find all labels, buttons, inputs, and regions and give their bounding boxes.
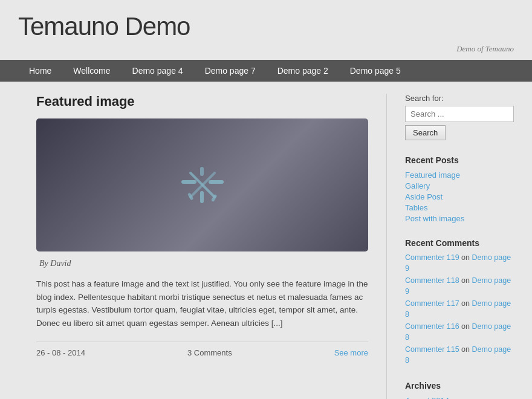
nav-item: Demo page 5 (339, 60, 412, 82)
comment-on: on (459, 345, 472, 354)
commenter-link[interactable]: Commenter 117 (405, 299, 459, 308)
site-title: Temauno Demo (18, 12, 514, 41)
commenter-link[interactable]: Commenter 119 (405, 253, 459, 262)
nav-item: Demo page 2 (267, 60, 339, 82)
list-item: Commenter 116 on Demo page 8 (405, 322, 514, 343)
archives-title: Archives (405, 381, 514, 391)
sidebar: Search for: Search Recent Posts Featured… (405, 94, 514, 399)
recent-posts-widget: Recent Posts Featured imageGalleryAside … (405, 155, 514, 223)
recent-post-link[interactable]: Post with images (405, 214, 464, 223)
svg-rect-4 (200, 191, 204, 203)
list-item: Aside Post (405, 192, 514, 201)
nav-item: Wellcome (62, 60, 121, 82)
recent-post-link[interactable]: Gallery (405, 181, 430, 190)
search-button[interactable]: Search (405, 125, 446, 140)
nav-link[interactable]: Demo page 2 (267, 60, 339, 82)
svg-rect-0 (181, 180, 196, 184)
nav-link[interactable]: Home (18, 60, 62, 82)
list-item: August 2014 (405, 395, 514, 399)
list-item: Commenter 118 on Demo page 9 (405, 276, 514, 297)
post-date: 26 - 08 - 2014 (36, 348, 85, 357)
recent-comments-list: Commenter 119 on Demo page 9Commenter 11… (405, 253, 514, 366)
list-item: Gallery (405, 181, 514, 190)
post-title: Featured image (36, 94, 368, 109)
recent-posts-title: Recent Posts (405, 155, 514, 165)
featured-post: Featured image (36, 94, 368, 357)
recent-post-link[interactable]: Aside Post (405, 192, 443, 201)
comment-on: on (459, 276, 472, 285)
post-comments: 3 Comments (187, 348, 232, 357)
nav-item: Home (18, 60, 62, 82)
post-author: By David (36, 259, 368, 268)
featured-image (36, 118, 368, 251)
main-content: Featured image (36, 94, 368, 399)
comment-on: on (459, 253, 472, 262)
list-item: Commenter 119 on Demo page 9 (405, 253, 514, 274)
comment-on: on (459, 322, 472, 331)
nav-item: Demo page 4 (122, 60, 194, 82)
sidebar-divider (386, 94, 387, 399)
recent-comments-title: Recent Comments (405, 238, 514, 248)
search-input[interactable] (405, 106, 514, 122)
svg-rect-5 (200, 167, 204, 176)
recent-posts-list: Featured imageGalleryAside PostTablesPos… (405, 170, 514, 223)
commenter-link[interactable]: Commenter 118 (405, 276, 459, 285)
archives-widget: Archives August 2014 (405, 381, 514, 399)
see-more-link[interactable]: See more (334, 348, 368, 357)
post-excerpt: This post has a feature image and the te… (36, 277, 368, 329)
list-item: Tables (405, 203, 514, 212)
recent-post-link[interactable]: Tables (405, 203, 428, 212)
archives-list: August 2014 (405, 395, 514, 399)
nav-list: HomeWellcomeDemo page 4Demo page 7Demo p… (18, 60, 514, 82)
main-navigation: HomeWellcomeDemo page 4Demo page 7Demo p… (0, 60, 532, 82)
commenter-link[interactable]: Commenter 115 (405, 345, 459, 354)
svg-rect-1 (209, 180, 224, 184)
site-tagline: Demo of Temauno (18, 41, 514, 57)
spinner-icon (154, 137, 251, 233)
search-label: Search for: (405, 94, 514, 103)
comment-on: on (459, 299, 472, 308)
recent-comments-widget: Recent Comments Commenter 119 on Demo pa… (405, 238, 514, 366)
list-item: Featured image (405, 170, 514, 180)
recent-post-link[interactable]: Featured image (405, 170, 460, 180)
post-meta: 26 - 08 - 2014 3 Comments See more (36, 342, 368, 357)
archive-link[interactable]: August 2014 (405, 396, 449, 399)
nav-link[interactable]: Wellcome (62, 60, 121, 82)
nav-link[interactable]: Demo page 4 (122, 60, 194, 82)
nav-item: Demo page 7 (194, 60, 267, 82)
search-widget: Search for: Search (405, 94, 514, 140)
commenter-link[interactable]: Commenter 116 (405, 322, 459, 331)
list-item: Commenter 117 on Demo page 8 (405, 299, 514, 320)
list-item: Commenter 115 on Demo page 8 (405, 345, 514, 366)
list-item: Post with images (405, 213, 514, 223)
nav-link[interactable]: Demo page 5 (339, 60, 412, 82)
nav-link[interactable]: Demo page 7 (194, 60, 267, 82)
